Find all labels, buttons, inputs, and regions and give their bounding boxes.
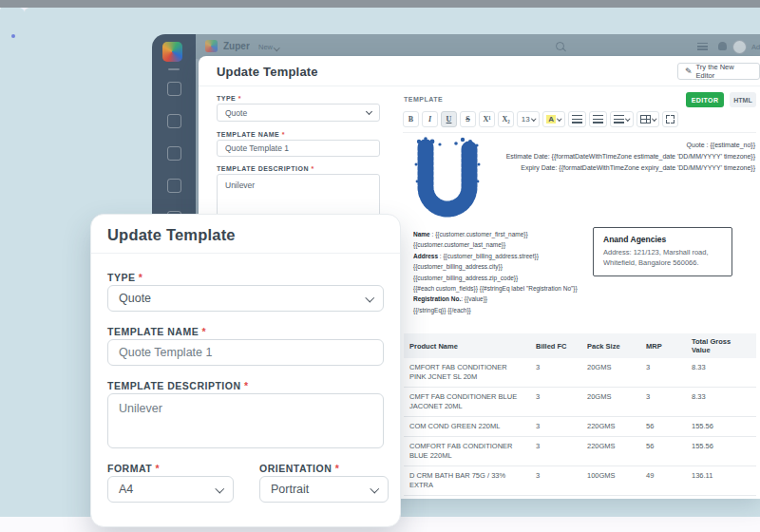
sidebar-nav-icon[interactable] (167, 114, 181, 128)
template-panel-label: TEMPLATE (404, 96, 443, 103)
unordered-list-icon (593, 115, 603, 124)
type-select[interactable]: Quote (107, 285, 384, 312)
divider (199, 86, 760, 86)
chevron-down-icon (366, 108, 372, 115)
tab-html[interactable]: HTML (730, 92, 756, 107)
modal-title: Update Template (217, 65, 318, 79)
template-line: Registration No.: {{value}} (413, 294, 599, 304)
tab-editor[interactable]: EDITOR (686, 92, 724, 107)
column-header: Total Gross Value (686, 333, 756, 358)
chevron-down-icon (652, 116, 656, 121)
new-menu[interactable]: New (258, 43, 279, 51)
chevron-down-icon (215, 484, 223, 492)
ordered-list-icon (572, 115, 582, 124)
page: ✦ Zuper New Ad Update Template ✎ Try the… (0, 0, 760, 532)
template-line: {{customer_billing_address.zip_code}} (413, 273, 599, 283)
unilever-logo (411, 136, 484, 225)
chevron-down-icon (531, 116, 536, 121)
type-label: TYPE * (217, 95, 241, 102)
strikethrough-button[interactable]: S (460, 111, 476, 127)
template-line: {{customer.customer_last_name}} (413, 239, 599, 250)
format-select[interactable]: A4 (107, 476, 234, 503)
navbar-user-text: Ad (751, 43, 760, 51)
template-line: {{#each custom_fields}} {{#stringEq labe… (413, 283, 599, 294)
pencil-icon: ✎ (685, 66, 693, 76)
sidebar-nav-icon[interactable] (167, 179, 181, 193)
cursor-dot (11, 34, 15, 38)
sidebar-divider (168, 68, 180, 70)
product-table: Product NameBilled FCPack SizeMRPTotal G… (404, 333, 756, 499)
column-header: Pack Size (581, 333, 640, 358)
bold-button[interactable]: B (403, 111, 419, 127)
table-dropdown[interactable] (636, 111, 660, 127)
template-name-label: TEMPLATE NAME * (107, 326, 206, 337)
brand-name: Zuper (223, 41, 250, 51)
table-row: CMFT FAB CONDITIONER BLUE JACONET 20ML32… (404, 388, 756, 417)
ordered-list-button[interactable] (568, 111, 586, 127)
agency-name: Anand Agencies (603, 235, 722, 244)
align-icon (614, 115, 624, 124)
superscript-button[interactable]: X¹ (479, 111, 495, 127)
sidebar-nav-icon[interactable] (167, 82, 181, 96)
divider (91, 253, 400, 254)
editor-toolbar: B I U S X¹ X₂ 13 A (403, 111, 756, 133)
template-line: {{/stringEq}} {{/each}} (413, 305, 599, 315)
format-label: FORMAT * (107, 463, 160, 474)
agency-address-line2: Whitefield, Bangalore 560066. (603, 257, 722, 268)
agency-box: Anand Agencies Address: 121/123, Marshal… (593, 227, 732, 276)
template-name-label: TEMPLATE NAME * (217, 131, 285, 138)
column-header: Billed FC (530, 333, 581, 358)
chevron-down-icon (557, 116, 561, 121)
template-name-input[interactable]: Quote Template 1 (217, 140, 380, 157)
fullscreen-button[interactable] (662, 111, 678, 127)
product-table-head-row: Product NameBilled FCPack SizeMRPTotal G… (404, 333, 756, 358)
orientation-label: ORIENTATION * (259, 463, 339, 474)
underline-button[interactable]: U (441, 111, 457, 127)
product-table-body: CMFORT FAB CONDITIONER PINK JCNET SL 20M… (404, 358, 756, 499)
template-name-input[interactable]: Quote Template 1 (107, 339, 384, 366)
chevron-down-icon (625, 116, 630, 121)
column-header: MRP (640, 333, 686, 358)
table-row: D CRM BATH BAR 75G / 33% EXTRA3100GMS491… (404, 466, 756, 496)
table-row: COMFORT FAB CONDITIONER BLUE 220ML3220GM… (404, 437, 756, 466)
type-label: TYPE * (107, 272, 142, 283)
template-description-label: TEMPLATE DESCRIPTION * (107, 380, 249, 391)
expand-icon (666, 115, 674, 124)
card-title: Update Template (107, 226, 236, 244)
template-line: Name : {{customer.customer_first_name}} (413, 229, 599, 239)
table-row: COM COND GREEN 220ML3220GMS56155.56 (404, 417, 756, 437)
zoomed-update-template-card: Update Template TYPE * Quote TEMPLATE NA… (90, 214, 401, 527)
brand-logo-icon (205, 40, 218, 52)
template-line: {{customer_billing_address.city}} (413, 261, 599, 272)
column-header: Product Name (404, 333, 530, 358)
table-icon (640, 115, 651, 124)
bell-icon[interactable] (718, 42, 727, 50)
template-description-textarea[interactable]: Unilever (107, 393, 384, 448)
try-new-editor-button[interactable]: ✎ Try the New Editor (677, 63, 760, 80)
bottom-bar (0, 0, 760, 8)
template-description-label: TEMPLATE DESCRIPTION * (217, 165, 314, 172)
align-dropdown[interactable] (610, 111, 634, 127)
customer-lines: Name : {{customer.customer_first_name}}{… (413, 229, 599, 315)
chevron-down-icon (370, 484, 378, 492)
avatar[interactable] (732, 40, 747, 54)
agency-address-line1: Address: 121/123, Marshall road, (603, 247, 722, 257)
sidebar-nav-icon[interactable] (167, 146, 181, 161)
orientation-select[interactable]: Portrait (259, 476, 389, 503)
subscript-button[interactable]: X₂ (498, 111, 514, 127)
chevron-down-icon (274, 45, 279, 50)
italic-button[interactable]: I (422, 111, 438, 127)
font-size-dropdown[interactable]: 13 (517, 111, 540, 127)
font-color-dropdown[interactable]: A (542, 111, 565, 127)
chevron-down-icon (365, 293, 373, 301)
template-line: Address : {{customer_billing_address.str… (413, 251, 599, 261)
menu-icon[interactable] (697, 43, 708, 50)
table-row: DOVE CREAM BEAUTY BAR 50G350GMS2955.56 (404, 496, 756, 500)
search-icon[interactable] (556, 42, 564, 50)
zuper-logo-icon[interactable] (162, 42, 182, 62)
type-select[interactable]: Quote (217, 104, 380, 122)
table-row: CMFORT FAB CONDITIONER PINK JCNET SL 20M… (404, 358, 756, 388)
unordered-list-button[interactable] (589, 111, 607, 127)
